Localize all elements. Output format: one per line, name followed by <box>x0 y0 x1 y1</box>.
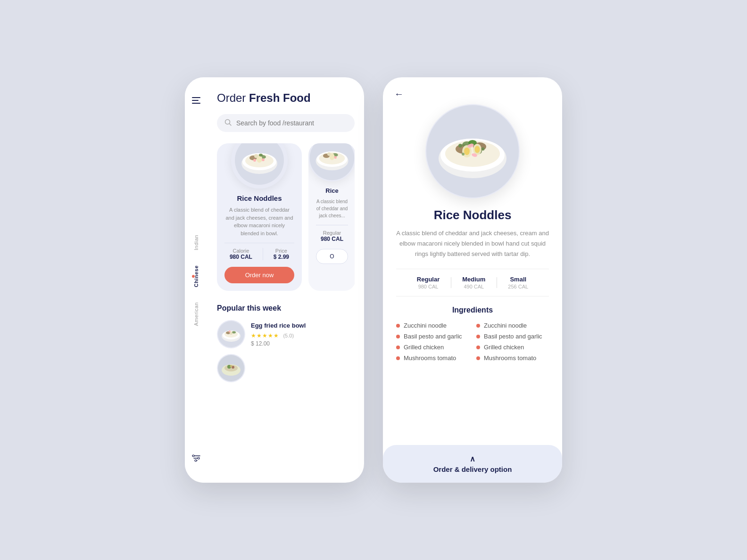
search-icon <box>224 119 232 127</box>
ingredients-grid: Zucchini noodle Zucchini noodle Basil pe… <box>396 322 549 362</box>
card2-desc: A classic blend of cheddar and jack chee… <box>316 198 348 219</box>
svg-point-37 <box>230 332 232 335</box>
size-option-regular[interactable]: Regular 980 CAL <box>406 276 451 289</box>
svg-point-36 <box>232 331 236 334</box>
menu-icon[interactable] <box>192 96 200 106</box>
search-bar[interactable] <box>217 114 355 132</box>
ingredient-basil-2: Basil pesto and garlic <box>476 333 549 340</box>
sidebar-nav: Indian Chinese American <box>193 106 199 454</box>
ingredient-dot <box>476 346 480 349</box>
chevron-up-icon: ∧ <box>470 454 475 463</box>
sidebar: Indian Chinese American <box>185 77 208 483</box>
main-content: Order Fresh Food <box>208 77 364 483</box>
svg-point-19 <box>262 158 265 161</box>
svg-point-30 <box>334 156 337 158</box>
svg-rect-1 <box>192 100 199 101</box>
svg-point-38 <box>229 330 231 332</box>
back-button[interactable]: ← <box>383 77 562 99</box>
ingredients-title: Ingredients <box>396 306 549 314</box>
ingredient-dot <box>396 346 400 349</box>
popular-item-1: Egg fried rice bowl ★★★★★ (5.0) $ 12.00 <box>217 320 355 348</box>
ingredient-dot <box>476 335 480 338</box>
ingredient-chicken-1: Grilled chicken <box>396 344 469 351</box>
size-option-small[interactable]: Small 256 CAL <box>497 276 540 289</box>
filter-icon[interactable] <box>192 454 200 464</box>
detail-content: Rice Noddles A classic blend of cheddar … <box>383 208 562 445</box>
svg-point-60 <box>458 144 462 148</box>
popular-item-2 <box>217 354 355 382</box>
svg-rect-2 <box>192 103 200 104</box>
svg-point-20 <box>253 159 256 162</box>
card2-stats: Regular 980 CAL <box>316 225 348 242</box>
detail-image-container <box>383 99 562 208</box>
order-delivery-button[interactable]: ∧ Order & delivery option <box>383 445 562 483</box>
sidebar-item-chinese[interactable]: Chinese <box>193 258 199 295</box>
popular-list: Egg fried rice bowl ★★★★★ (5.0) $ 12.00 <box>217 320 355 382</box>
detail-food-desc: A classic blend of cheddar and jack chee… <box>396 228 549 259</box>
detail-food-image <box>425 104 520 198</box>
svg-point-55 <box>464 148 470 155</box>
food-image-1 <box>231 143 288 189</box>
food-image-2 <box>308 143 355 181</box>
popular-price-1: $ 12.00 <box>251 340 355 347</box>
ingredient-mushrooms-1: Mushrooms tomato <box>396 354 469 362</box>
sidebar-item-american[interactable]: American <box>193 295 199 333</box>
size-options: Regular 980 CAL Medium 490 CAL Small 256… <box>396 269 549 296</box>
ingredient-zucchini-1: Zucchini noodle <box>396 322 469 329</box>
svg-point-18 <box>254 154 258 158</box>
food-card-2: Rice A classic blend of cheddar and jack… <box>308 143 355 291</box>
svg-point-62 <box>462 153 465 156</box>
food-cards-row: Rice Noddles A classic blend of cheddar … <box>217 143 355 291</box>
ingredient-dot <box>476 356 480 360</box>
svg-point-6 <box>192 455 194 457</box>
ingredient-dot <box>396 335 400 338</box>
svg-point-29 <box>327 152 331 156</box>
popular-rating-1: ★★★★★ (5.0) <box>251 331 355 339</box>
search-input[interactable] <box>236 119 347 127</box>
screen2: ← <box>383 77 562 483</box>
svg-line-10 <box>230 124 232 126</box>
card1-stats: Calorie 980 CAL Price $ 2.99 <box>224 243 294 260</box>
order-delivery-container: ∧ Order & delivery option <box>383 445 562 483</box>
popular-info-1: Egg fried rice bowl ★★★★★ (5.0) $ 12.00 <box>251 322 355 347</box>
ingredient-dot <box>476 324 480 328</box>
card1-desc: A classic blend of cheddar and jack chee… <box>224 206 294 237</box>
popular-section-title: Popular this week <box>217 304 355 313</box>
ingredient-mushrooms-2: Mushrooms tomato <box>476 354 549 362</box>
popular-name-1: Egg fried rice bowl <box>251 322 355 329</box>
detail-food-name: Rice Noddles <box>396 208 549 222</box>
active-dot <box>192 275 195 278</box>
price-stat: Price $ 2.99 <box>274 248 289 260</box>
svg-point-7 <box>198 457 199 459</box>
svg-point-44 <box>230 365 232 368</box>
popular-img-2 <box>217 354 245 382</box>
size-option-medium[interactable]: Medium 490 CAL <box>451 276 497 289</box>
svg-point-57 <box>475 146 480 153</box>
screen1: Indian Chinese American <box>185 77 364 483</box>
svg-point-61 <box>481 148 485 151</box>
popular-img-1 <box>217 320 245 348</box>
food-card-1: Rice Noddles A classic blend of cheddar … <box>217 143 302 291</box>
svg-point-21 <box>259 154 263 156</box>
page-title: Order Fresh Food <box>217 91 355 105</box>
ingredient-basil-1: Basil pesto and garlic <box>396 333 469 340</box>
ingredient-zucchini-2: Zucchini noodle <box>476 322 549 329</box>
ingredient-dot <box>396 356 400 360</box>
svg-point-8 <box>195 460 197 461</box>
svg-rect-0 <box>192 97 200 98</box>
calorie-stat: Calorie 980 CAL <box>230 248 252 260</box>
card1-title: Rice Noddles <box>237 194 282 202</box>
ingredient-dot <box>396 324 400 328</box>
card2-order-button[interactable]: O <box>316 249 348 264</box>
sidebar-item-indian[interactable]: Indian <box>193 227 199 258</box>
ingredient-chicken-2: Grilled chicken <box>476 344 549 351</box>
card2-title: Rice <box>325 187 338 194</box>
order-now-button[interactable]: Order now <box>224 267 294 283</box>
